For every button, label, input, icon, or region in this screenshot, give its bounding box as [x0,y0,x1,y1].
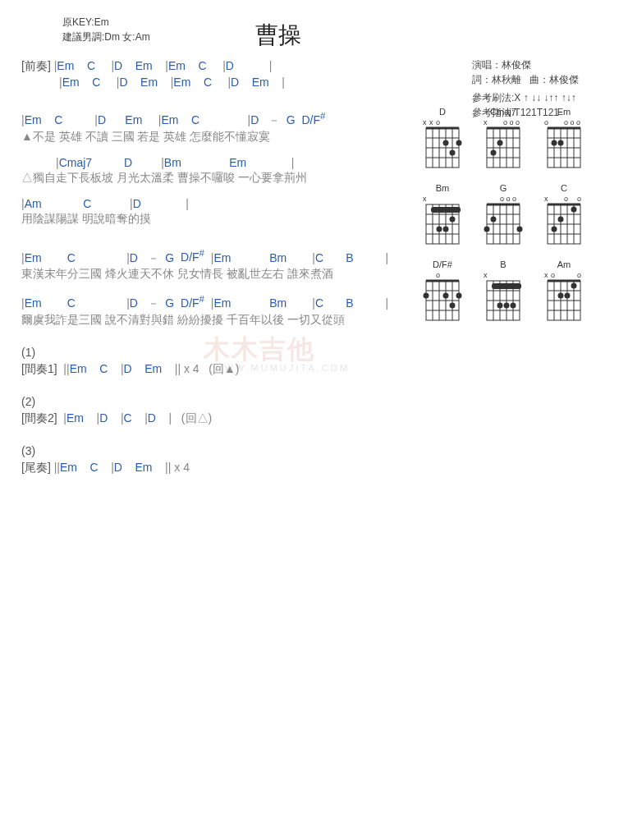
svg-point-93 [443,293,449,299]
interlude2: [間奏2] |Em |D |C |D | (回△) [21,411,607,426]
svg-point-123 [571,283,577,289]
svg-point-65 [491,217,497,223]
svg-text:o: o [436,118,440,126]
svg-point-14 [456,140,462,146]
svg-point-92 [424,293,429,299]
svg-rect-105 [492,283,521,289]
svg-text:o o o: o o o [503,118,520,126]
svg-text:o: o [436,271,440,279]
interlude1: [間奏1] ||Em C |D Em || x 4 (回▲) [21,362,607,377]
credits: 詞：林秋離 曲：林俊傑 [472,72,579,87]
svg-point-53 [450,217,456,223]
svg-text:x: x [544,271,548,279]
section-2: (2) [21,395,607,408]
svg-text:x: x [429,118,433,126]
svg-point-79 [552,227,557,232]
svg-text:x: x [484,118,488,126]
svg-point-66 [517,227,523,232]
svg-text:x: x [423,118,427,126]
svg-point-51 [437,227,442,232]
chord-diagram-b: B x [479,259,528,326]
svg-text:o: o [577,195,581,203]
chord-diagram-d: D xxo [418,107,467,173]
performer: 演唱：林俊傑 [472,57,579,72]
svg-point-107 [504,303,510,309]
svg-point-81 [571,207,577,213]
svg-point-26 [491,150,497,156]
chord-diagram-c: C xoo [539,183,589,250]
svg-point-40 [558,140,564,146]
svg-point-52 [443,227,449,232]
chord-diagram-am: Am xoo [539,259,589,326]
svg-text:x: x [484,271,488,279]
chord-diagram-cmaj7: Cmaj7 xo o o [479,107,528,173]
svg-text:x: x [423,195,427,203]
section-3: (3) [21,444,607,457]
svg-text:o: o [577,271,581,279]
svg-point-80 [558,217,564,223]
chord-diagram-dfsharp: D/F# o [418,259,467,326]
chord-diagram-panel: D xxo Cmaj7 xo o o [418,107,607,336]
song-title: 曹操 [68,15,488,51]
chord-diagram-bm: Bm x [418,183,467,250]
svg-point-122 [565,293,571,299]
svg-text:x: x [544,195,548,203]
svg-point-121 [558,293,564,299]
svg-point-39 [552,140,557,146]
svg-point-12 [443,140,449,146]
svg-point-95 [456,293,462,299]
svg-text:o: o [551,271,555,279]
outro: [尾奏] ||Em C |D Em || x 4 [21,461,607,475]
svg-point-27 [497,140,503,146]
svg-text:o o o: o o o [500,195,516,203]
svg-point-13 [450,150,456,156]
chord-diagram-g: G o o o [479,183,528,250]
svg-point-106 [497,303,503,309]
svg-point-108 [511,303,516,309]
svg-text:o: o [564,195,568,203]
svg-point-94 [450,303,456,309]
strum-pattern: 參考刷法:X ↑ ↓↓ ↓↑↑ ↑↓↑ [472,90,579,105]
svg-point-64 [484,227,490,232]
svg-text:o o o: o o o [564,118,580,126]
section-1: (1) [21,346,607,359]
svg-rect-50 [431,207,461,213]
svg-text:o: o [544,118,548,126]
chord-diagram-em: Em oo o o [539,107,589,173]
